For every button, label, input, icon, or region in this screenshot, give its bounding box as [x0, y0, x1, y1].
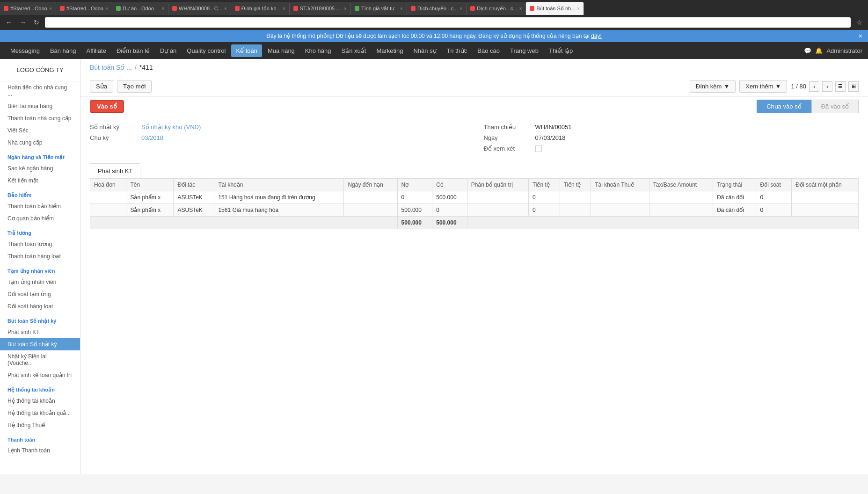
nav-affiliate[interactable]: Affiliate — [82, 44, 111, 57]
bookmark-button[interactable]: ☆ — [854, 18, 864, 27]
sidebar-item-tam-ung-nv[interactable]: Tạm ứng nhân viên — [0, 276, 80, 288]
chu-ky-value[interactable]: 03/2018 — [141, 134, 163, 141]
tab-6-close[interactable]: × — [344, 6, 347, 11]
th-trang-thai: Trạng thái — [713, 179, 756, 191]
tab-1[interactable]: #Starred - Odoo × — [0, 2, 56, 15]
sidebar-item-nhat-ky-bien-lai[interactable]: Nhật ký Biên lai (Vouche... — [0, 350, 80, 369]
tab-2[interactable]: #Starred - Odoo × — [56, 2, 112, 15]
reload-button[interactable]: ↻ — [32, 18, 41, 27]
nav-ban-hang[interactable]: Bán hàng — [45, 44, 81, 57]
notification-close[interactable]: × — [859, 32, 862, 40]
tab-5[interactable]: Định giá tồn kh... × — [231, 2, 290, 15]
forward-button[interactable]: → — [18, 18, 28, 27]
tab-9-close[interactable]: × — [519, 6, 522, 11]
status-not-posted[interactable]: Chưa vào sổ — [757, 100, 811, 113]
nav-thiet-lap[interactable]: Thiết lập — [544, 44, 577, 57]
td-doi-soat-mp-2 — [792, 204, 859, 217]
sidebar-item-he-thong-tk[interactable]: Hệ thống tài khoản — [0, 395, 80, 407]
nav-trang-web[interactable]: Trang web — [505, 44, 543, 57]
nav-marketing[interactable]: Marketing — [372, 44, 408, 57]
post-button[interactable]: Vào sổ — [90, 100, 124, 113]
nav-messaging[interactable]: Messaging — [6, 44, 44, 57]
th-tai-khoan-thue: Tài khoản Thuế — [591, 179, 649, 191]
table-row[interactable]: Sản phẩm x ASUSTeK 1561 Giá mua hàng hóa… — [90, 204, 859, 217]
breadcrumb-sep: / — [135, 64, 137, 71]
tab-4[interactable]: WH/IN/00008 - C... × — [168, 2, 231, 15]
nav-right: 💬 🔔 Administrator — [804, 47, 862, 54]
nav-san-xuat[interactable]: Sản xuất — [337, 44, 371, 57]
nav-user[interactable]: Administrator — [826, 47, 862, 54]
nav-ke-toan[interactable]: Kế toán — [231, 44, 262, 57]
tab-10-close[interactable]: × — [577, 6, 580, 11]
nav-quality-control[interactable]: Quality control — [182, 44, 230, 57]
sidebar-item-he-thong-thue[interactable]: Hệ thống Thuế — [0, 419, 80, 431]
sidebar-item-doi-soat-tam-ung[interactable]: Đối soát tạm ứng — [0, 288, 80, 300]
sidebar-item-thanh-toan-hang-loat[interactable]: Thanh toán hàng loạt — [0, 250, 80, 262]
tab-3-close[interactable]: × — [161, 6, 164, 11]
pager-next[interactable]: › — [822, 81, 832, 92]
tab-2-close[interactable]: × — [105, 6, 108, 11]
sidebar-item-hoan-tien[interactable]: Hoàn tiền cho nhà cung ... — [0, 81, 80, 100]
sidebar-item-lenh-thanh-toan[interactable]: Lệnh Thanh toán — [0, 444, 80, 457]
de-xem-xet-checkbox[interactable] — [535, 145, 542, 152]
td-ten-1: Sản phẩm x — [126, 191, 174, 204]
attach-button[interactable]: Đính kèm ▼ — [690, 80, 736, 93]
tab-3[interactable]: Dự án - Odoo × — [112, 2, 168, 15]
status-bar: Vào sổ Chưa vào sổ Đã vào sổ — [80, 97, 868, 116]
td-trang-thai-2: Đã cân đối — [713, 204, 756, 217]
nav-kho-hang[interactable]: Kho hàng — [300, 44, 336, 57]
tab-7[interactable]: Tính giá vật tư × — [351, 2, 407, 15]
status-posted[interactable]: Đã vào sổ — [811, 100, 859, 113]
nav-nhan-su[interactable]: Nhân sự — [408, 44, 441, 57]
form-section: Số nhật ký Số nhật ký kho (VND) Chu kỳ 0… — [80, 116, 868, 163]
de-xem-xet-label: Để xem xét — [484, 145, 531, 152]
view-more-button[interactable]: Xem thêm ▼ — [739, 80, 787, 93]
tab-10-icon — [530, 6, 534, 11]
tab-8[interactable]: Dịch chuyển - c... × — [407, 2, 467, 15]
sidebar-item-thanh-toan-luong[interactable]: Thanh toán lương — [0, 238, 80, 250]
address-input[interactable]: thuongmaidientu.demo.erponline.vn/web#id… — [45, 17, 851, 28]
nav-icon-1[interactable]: 💬 — [804, 47, 811, 54]
sidebar-item-bien-lai[interactable]: Biên lai mua hàng — [0, 100, 80, 112]
pager-prev[interactable]: ‹ — [809, 81, 819, 92]
sidebar-item-he-thong-tk-qua[interactable]: Hệ thống tài khoản quả... — [0, 407, 80, 419]
back-button[interactable]: ← — [4, 18, 14, 27]
sidebar-item-doi-soat-hang-loat[interactable]: Đối soát hàng loạt — [0, 300, 80, 312]
tab-1-close[interactable]: × — [49, 6, 52, 11]
nav-diem-ban-le[interactable]: Điểm bán lẻ — [112, 44, 154, 57]
tab-6[interactable]: STJ/2018/0005 -... × — [290, 2, 351, 15]
sidebar-item-nha-cung-cap[interactable]: Nhà cung cấp — [0, 137, 80, 149]
tab-7-close[interactable]: × — [400, 6, 403, 11]
list-view-button[interactable]: ☰ — [835, 81, 846, 92]
tab-5-close[interactable]: × — [283, 6, 285, 11]
grid-view-button[interactable]: ⊞ — [848, 81, 859, 92]
tab-phat-sinh-kt[interactable]: Phát sinh KT — [90, 163, 140, 178]
edit-button[interactable]: Sửa — [90, 80, 113, 93]
data-table: Hoá đơn Tên Đối tác Tài khoản Ngày đến h… — [90, 178, 859, 229]
sidebar-item-phat-sinh-kt[interactable]: Phát sinh KT — [0, 326, 80, 338]
tab-9-label: Dịch chuyển - c... — [477, 6, 517, 12]
nav-bao-cao[interactable]: Báo cáo — [473, 44, 504, 57]
notification-link[interactable]: đây! — [591, 33, 602, 39]
new-button[interactable]: Tạo mới — [117, 80, 152, 93]
tab-4-close[interactable]: × — [224, 6, 227, 11]
breadcrumb-link[interactable]: Bút toán Số ... — [90, 64, 132, 71]
sidebar-item-thanh-toan-ncc[interactable]: Thanh toán nhà cung cấp — [0, 112, 80, 124]
nav-mua-hang[interactable]: Mua hàng — [263, 44, 299, 57]
nav-du-an[interactable]: Dự án — [155, 44, 181, 57]
sidebar-item-sao-ke[interactable]: Sao kê ngân hàng — [0, 162, 80, 174]
td-doi-tac-2: ASUSTeK — [174, 204, 214, 217]
sidebar-item-phat-sinh-qt[interactable]: Phát sinh kế toán quản trị — [0, 369, 80, 381]
sidebar-item-co-quan-bh[interactable]: Cơ quan bảo hiểm — [0, 212, 80, 225]
tab-8-close[interactable]: × — [460, 6, 462, 11]
nav-icon-2[interactable]: 🔔 — [815, 47, 823, 54]
tab-10[interactable]: Bút toán Số nh... × — [526, 2, 584, 15]
sidebar-item-but-toan-so-nk[interactable]: Bút toán Số nhật ký — [0, 338, 80, 350]
table-row[interactable]: Sản phẩm x ASUSTeK 151 Hàng hoá mua đang… — [90, 191, 859, 204]
sidebar-item-viet-sec[interactable]: Viết Séc — [0, 124, 80, 137]
sidebar-item-ket-tien-mat[interactable]: Kết tiền mặt — [0, 174, 80, 187]
nav-tri-thuc[interactable]: Tri thức — [442, 44, 472, 57]
tab-9[interactable]: Dịch chuyển - c... × — [467, 2, 526, 15]
sidebar-item-thanh-toan-bh[interactable]: Thanh toán bảo hiểm — [0, 200, 80, 212]
so-nhat-ky-value[interactable]: Số nhật ký kho (VND) — [141, 124, 201, 131]
